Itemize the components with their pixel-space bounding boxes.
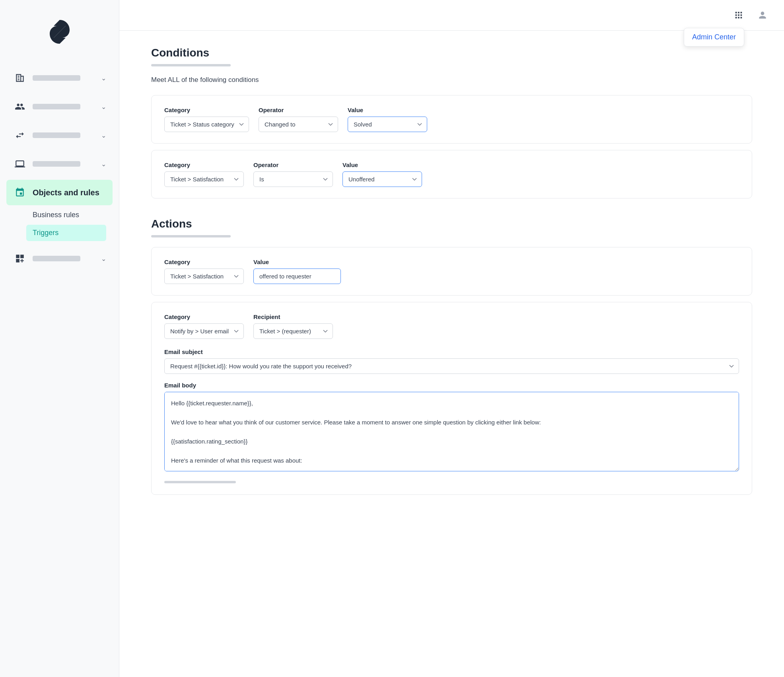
sidebar-item-grid-plus[interactable]: ⌄	[6, 246, 113, 271]
condition-1-operator-group: Operator Changed to	[259, 107, 338, 132]
email-subject-select[interactable]: Request #{{ticket.id}}: How would you ra…	[164, 358, 739, 374]
top-bar: Admin Center	[119, 0, 784, 31]
content-area: Conditions Meet ALL of the following con…	[119, 31, 784, 517]
action-2-recipient-group: Recipient Ticket > (requester)	[253, 313, 333, 339]
action-2-recipient-select[interactable]: Ticket > (requester)	[253, 323, 333, 339]
condition-1-value-select[interactable]: Solved	[348, 117, 427, 132]
user-avatar-button[interactable]	[754, 6, 771, 24]
arrows-icon	[13, 128, 27, 142]
email-body-scroll-bar	[164, 481, 236, 483]
sidebar-item-arrows[interactable]: ⌄	[6, 123, 113, 148]
sidebar-item-business-rules[interactable]: Business rules	[26, 207, 106, 223]
grid-menu-button[interactable]	[730, 6, 747, 24]
email-subject-section: Email subject Request #{{ticket.id}}: Ho…	[164, 348, 739, 374]
condition-1-category-group: Category Ticket > Status category	[164, 107, 249, 132]
condition-2-value-group: Value Unoffered	[342, 161, 422, 187]
buildings-label	[33, 75, 80, 81]
action-1-category-select[interactable]: Ticket > Satisfaction	[164, 268, 244, 284]
condition-row-2: Category Ticket > Satisfaction Operator …	[164, 161, 739, 187]
admin-center-dropdown: Admin Center	[684, 28, 744, 47]
condition-1-operator-label: Operator	[259, 107, 338, 113]
action-card-2: Category Notify by > User email Recipien…	[151, 302, 752, 495]
monitor-icon	[13, 157, 27, 171]
condition-1-category-select[interactable]: Ticket > Status category	[164, 117, 249, 132]
monitor-label	[33, 161, 80, 167]
conditions-subtitle: Meet ALL of the following conditions	[151, 76, 752, 84]
grid-plus-label	[33, 256, 80, 261]
arrows-chevron: ⌄	[101, 132, 106, 139]
action-2-recipient-label: Recipient	[253, 313, 333, 320]
action-row-2-header: Category Notify by > User email Recipien…	[164, 313, 739, 339]
sidebar-item-people[interactable]: ⌄	[6, 94, 113, 119]
condition-1-category-label: Category	[164, 107, 249, 113]
sidebar-item-buildings[interactable]: ⌄	[6, 65, 113, 91]
actions-progress-bar	[151, 235, 231, 237]
action-row-1: Category Ticket > Satisfaction Value	[164, 259, 739, 284]
sub-navigation: Business rules Triggers	[6, 207, 113, 241]
action-1-category-group: Category Ticket > Satisfaction	[164, 259, 244, 284]
email-subject-label: Email subject	[164, 348, 739, 355]
email-body-textarea[interactable]: Hello {{ticket.requester.name}}, We'd lo…	[164, 392, 739, 471]
grid-plus-icon	[13, 251, 27, 266]
arrows-label	[33, 132, 80, 138]
grid-plus-chevron: ⌄	[101, 255, 106, 263]
email-body-section: Email body Hello {{ticket.requester.name…	[164, 382, 739, 473]
objects-rules-label: Objects and rules	[33, 188, 99, 197]
condition-2-category-group: Category Ticket > Satisfaction	[164, 161, 244, 187]
condition-1-operator-select[interactable]: Changed to	[259, 117, 338, 132]
condition-2-operator-select[interactable]: Is	[253, 171, 333, 187]
buildings-icon	[13, 71, 27, 85]
logo-area	[0, 8, 119, 65]
condition-2-category-label: Category	[164, 161, 244, 168]
zendesk-logo	[44, 16, 76, 49]
people-icon	[13, 99, 27, 114]
conditions-section: Conditions Meet ALL of the following con…	[151, 47, 752, 198]
action-2-category-select[interactable]: Notify by > User email	[164, 323, 244, 339]
condition-card-1: Category Ticket > Status category Operat…	[151, 95, 752, 144]
buildings-chevron: ⌄	[101, 74, 106, 82]
monitor-chevron: ⌄	[101, 160, 106, 168]
condition-1-value-label: Value	[348, 107, 427, 113]
conditions-progress-bar	[151, 64, 231, 66]
conditions-title: Conditions	[151, 47, 752, 59]
condition-2-category-select[interactable]: Ticket > Satisfaction	[164, 171, 244, 187]
nav-items: ⌄ ⌄ ⌄	[0, 65, 119, 271]
sidebar-item-objects-rules[interactable]: Objects and rules	[6, 180, 113, 205]
condition-row-1: Category Ticket > Status category Operat…	[164, 107, 739, 132]
objects-rules-icon	[13, 185, 27, 200]
main-content: Admin Center Conditions Meet ALL of the …	[119, 0, 784, 677]
action-1-value-input[interactable]	[253, 268, 341, 284]
action-1-value-label: Value	[253, 259, 341, 265]
action-2-category-group: Category Notify by > User email	[164, 313, 244, 339]
action-1-category-label: Category	[164, 259, 244, 265]
top-bar-icons	[730, 6, 771, 24]
sidebar: ⌄ ⌄ ⌄	[0, 0, 119, 677]
condition-2-value-label: Value	[342, 161, 422, 168]
condition-2-value-select[interactable]: Unoffered	[342, 171, 422, 187]
action-1-value-group: Value	[253, 259, 341, 284]
condition-2-operator-label: Operator	[253, 161, 333, 168]
actions-title: Actions	[151, 218, 752, 230]
actions-section: Actions Category Ticket > Satisfaction V…	[151, 218, 752, 495]
action-2-category-label: Category	[164, 313, 244, 320]
sidebar-item-monitor[interactable]: ⌄	[6, 151, 113, 177]
condition-1-value-group: Value Solved	[348, 107, 427, 132]
email-body-label: Email body	[164, 382, 739, 389]
people-chevron: ⌄	[101, 103, 106, 111]
condition-card-2: Category Ticket > Satisfaction Operator …	[151, 150, 752, 198]
sidebar-item-triggers[interactable]: Triggers	[26, 225, 106, 241]
condition-2-operator-group: Operator Is	[253, 161, 333, 187]
action-card-1: Category Ticket > Satisfaction Value	[151, 247, 752, 296]
admin-center-link[interactable]: Admin Center	[692, 33, 736, 41]
people-label	[33, 104, 80, 109]
